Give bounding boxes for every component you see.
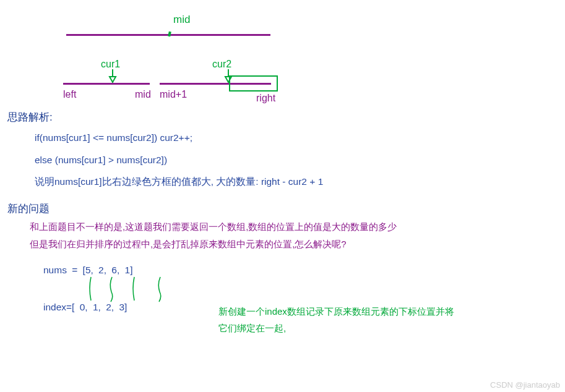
mid-label-bottom: mid	[135, 89, 151, 100]
code-line-2: else (nums[cur1] > nums[cur2])	[35, 149, 565, 171]
new-problem-line-1: 和上面题目不一样的是,这道题我们需要返回一个数组,数组的位置上的值是大的数量的多…	[30, 218, 565, 236]
connector-line-icon	[87, 276, 95, 305]
mid-label-top: mid	[173, 14, 190, 26]
watermark-text: CSDN @jiantaoyab	[490, 380, 560, 390]
connector-line-icon	[155, 276, 163, 305]
analysis-body: if(nums[cur1] <= nums[cur2]) cur2++; els…	[35, 127, 565, 193]
analysis-title: 思路解析:	[7, 110, 565, 124]
explain-line: 说明nums[cur1]比右边绿色方框的值都大, 大的数量: right - c…	[35, 171, 565, 193]
connector-line-icon	[130, 276, 139, 305]
array-line-left	[63, 83, 150, 85]
new-problem-line-2: 但是我们在归并排序的过程中,是会打乱掉原来数组中元素的位置,怎么解决呢?	[30, 236, 565, 254]
svg-marker-1	[110, 77, 116, 82]
cur2-label: cur2	[212, 59, 231, 70]
mid-plus-1-label: mid+1	[160, 89, 187, 100]
nums-values: [5, 2, 6, 1]	[83, 265, 133, 275]
index-explain-text: 新创建一个index数组记录下原来数组元素的下标位置并将它们绑定在一起,	[218, 303, 460, 336]
code-line-1: if(nums[cur1] <= nums[cur2]) cur2++;	[35, 127, 565, 149]
new-problem-body: 和上面题目不一样的是,这道题我们需要返回一个数组,数组的位置上的值是大的数量的多…	[30, 218, 565, 254]
mid-tick-icon	[168, 32, 171, 37]
cur1-label: cur1	[101, 59, 120, 70]
merge-diagram: mid cur1 cur2 left mid mid+1 right	[0, 0, 565, 105]
nums-array-row: nums = [5, 2, 6, 1]	[43, 265, 133, 276]
index-binding-diagram: nums = [5, 2, 6, 1] index=[ 0, 1, 2, 3] …	[43, 265, 565, 339]
index-values: [ 0, 1, 2, 3]	[72, 302, 127, 312]
left-label: left	[63, 89, 76, 100]
nums-label: nums =	[43, 265, 83, 275]
index-label: index=	[43, 302, 72, 312]
index-array-row: index=[ 0, 1, 2, 3]	[43, 302, 127, 313]
green-range-box	[229, 75, 278, 92]
new-problem-title: 新的问题	[7, 202, 565, 216]
connector-line-icon	[106, 276, 115, 305]
right-label: right	[256, 93, 275, 104]
arrow-down-icon	[108, 69, 116, 82]
